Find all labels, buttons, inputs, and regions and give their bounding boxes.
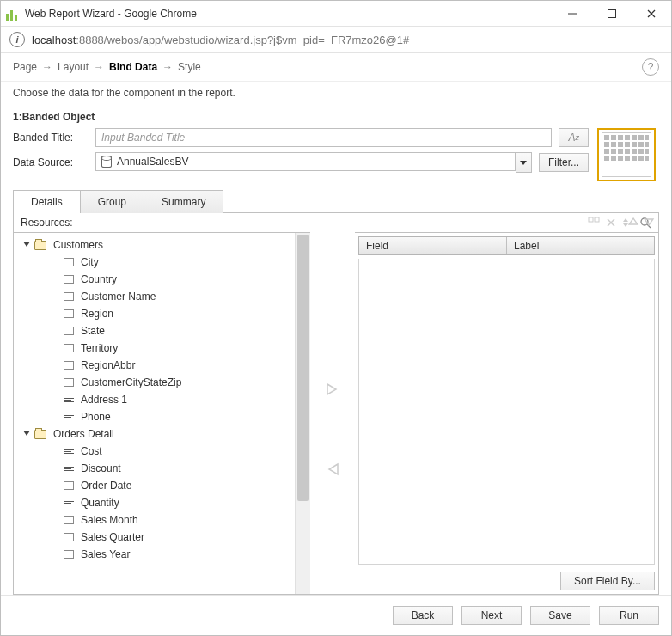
tree-item-label: Sales Month: [81, 514, 138, 526]
field-icon: [64, 309, 74, 318]
formula-icon: [64, 467, 74, 471]
tree-field-sales-month[interactable]: Sales Month: [14, 511, 310, 529]
filter-button[interactable]: Filter...: [539, 153, 589, 172]
tree-field-customercitystatezip[interactable]: CustomerCityStateZip: [14, 374, 310, 391]
app-icon: [6, 7, 20, 21]
field-icon: [64, 275, 74, 284]
field-icon: [64, 378, 74, 387]
edit-resource-icon[interactable]: [588, 217, 600, 229]
resource-scrollbar[interactable]: [295, 233, 310, 594]
field-icon: [64, 533, 74, 541]
field-icon: [64, 516, 74, 524]
tree-field-discount[interactable]: Discount: [14, 460, 310, 477]
svg-marker-15: [629, 218, 638, 224]
data-source-value: AnnualSalesBV: [117, 156, 188, 168]
move-field-up-icon[interactable]: [627, 216, 639, 228]
tree-item-label: Order Date: [81, 480, 131, 492]
field-icon: [64, 327, 74, 335]
field-icon: [64, 292, 74, 301]
run-button[interactable]: Run: [599, 606, 659, 625]
tree-item-label: Sales Quarter: [81, 531, 144, 543]
tree-field-cost[interactable]: Cost: [14, 443, 310, 460]
tree-field-region[interactable]: Region: [14, 305, 310, 322]
back-button[interactable]: Back: [393, 606, 453, 625]
tree-item-label: Orders Detail: [53, 428, 114, 440]
tree-field-order-date[interactable]: Order Date: [14, 477, 310, 494]
wizard-step-bind-data[interactable]: Bind Data: [109, 61, 157, 73]
banded-title-input[interactable]: [95, 128, 552, 147]
tree-field-state[interactable]: State: [14, 322, 310, 339]
tree-field-customer-name[interactable]: Customer Name: [14, 288, 310, 305]
resources-label: Resources:: [21, 217, 73, 229]
step-description: Choose the data for the component in the…: [1, 82, 671, 109]
close-button[interactable]: [632, 1, 671, 27]
save-button[interactable]: Save: [530, 606, 590, 625]
data-source-label: Data Source:: [13, 156, 89, 168]
tree-item-label: Sales Year: [81, 548, 130, 560]
field-icon: [64, 481, 74, 490]
wizard-steps: Page→Layout→Bind Data→Style ?: [1, 53, 671, 82]
tree-item-label: Region: [81, 308, 113, 320]
wizard-step-layout[interactable]: Layout: [58, 61, 89, 73]
tree-field-sales-quarter[interactable]: Sales Quarter: [14, 529, 310, 546]
field-icon: [64, 344, 74, 352]
wizard-step-page[interactable]: Page: [13, 61, 37, 73]
field-icon: [64, 258, 74, 266]
tree-item-label: CustomerCityStateZip: [81, 376, 181, 388]
expander-icon[interactable]: [22, 241, 31, 249]
tree-item-label: State: [81, 325, 105, 337]
svg-marker-4: [520, 161, 527, 165]
folder-icon: [34, 241, 46, 250]
tree-folder-orders-detail[interactable]: Orders Detail: [14, 425, 310, 443]
field-icon: [64, 361, 74, 370]
remove-field-button[interactable]: [324, 461, 341, 480]
svg-rect-5: [589, 217, 593, 222]
sort-field-by-button[interactable]: Sort Field By...: [560, 572, 655, 590]
tree-field-regionabbr[interactable]: RegionAbbr: [14, 357, 310, 374]
folder-icon: [34, 430, 46, 439]
column-label[interactable]: Label: [507, 237, 654, 254]
column-field[interactable]: Field: [359, 237, 507, 254]
add-field-button[interactable]: [324, 381, 341, 401]
banded-title-label: Banded Title:: [13, 131, 89, 144]
tree-field-sales-year[interactable]: Sales Year: [14, 546, 310, 563]
window-title: Web Report Wizard - Google Chrome: [25, 8, 197, 20]
maximize-button[interactable]: [592, 1, 632, 27]
data-source-select[interactable]: AnnualSalesBV: [95, 152, 516, 171]
url-text[interactable]: localhost:8888/webos/app/webstudio/wizar…: [32, 34, 409, 46]
tree-field-city[interactable]: City: [14, 254, 310, 271]
tree-field-phone[interactable]: Phone: [14, 408, 310, 425]
tree-field-quantity[interactable]: Quantity: [14, 494, 310, 511]
minimize-button[interactable]: [553, 1, 592, 27]
tree-item-label: RegionAbbr: [81, 359, 135, 371]
tree-item-label: Customer Name: [81, 290, 156, 303]
field-grid-header: Field Label: [358, 236, 655, 255]
tab-details[interactable]: Details: [13, 190, 81, 213]
tab-group[interactable]: Group: [80, 190, 144, 213]
tree-item-label: City: [81, 256, 99, 268]
tree-item-label: Cost: [81, 445, 102, 457]
address-bar: i localhost:8888/webos/app/webstudio/wiz…: [1, 27, 671, 53]
data-source-caret[interactable]: [516, 152, 532, 173]
site-info-icon[interactable]: i: [9, 32, 25, 47]
tree-field-territory[interactable]: Territory: [14, 339, 310, 357]
tree-item-label: Discount: [81, 462, 121, 474]
tab-summary[interactable]: Summary: [144, 190, 223, 213]
tree-field-address-1[interactable]: Address 1: [14, 391, 310, 408]
svg-marker-14: [23, 431, 30, 436]
field-grid-body[interactable]: [358, 259, 655, 565]
section-title: 1:Banded Object: [1, 109, 671, 128]
field-icon: [64, 550, 74, 559]
move-field-down-icon[interactable]: [643, 216, 655, 228]
delete-resource-icon[interactable]: [605, 217, 617, 229]
wizard-step-style[interactable]: Style: [178, 61, 201, 73]
font-style-button[interactable]: Az: [559, 128, 589, 147]
expander-icon[interactable]: [22, 430, 31, 438]
tree-folder-customers[interactable]: Customers: [14, 236, 310, 254]
tree-field-country[interactable]: Country: [14, 271, 310, 288]
chevron-right-icon: →: [162, 61, 173, 73]
svg-marker-16: [645, 219, 653, 225]
layout-thumbnail[interactable]: [597, 128, 656, 181]
help-icon[interactable]: ?: [642, 58, 659, 76]
next-button[interactable]: Next: [461, 606, 522, 625]
